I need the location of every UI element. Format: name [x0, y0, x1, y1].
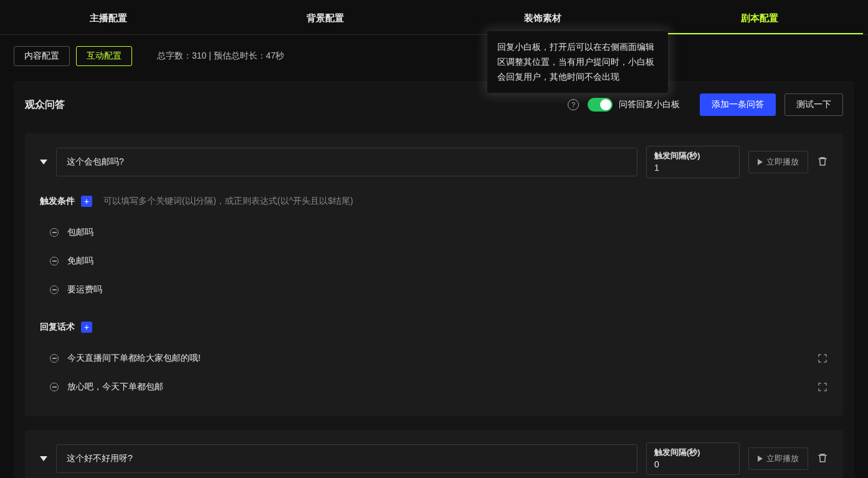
- interval-input[interactable]: [654, 163, 732, 173]
- condition-text: 免邮吗: [67, 256, 93, 267]
- stats-text: 总字数：310 | 预估总时长：47秒: [157, 50, 284, 62]
- condition-text: 要运费吗: [67, 284, 102, 295]
- question-input[interactable]: [56, 148, 637, 176]
- qa-card: 触发间隔(秒) 立即播放 触发条件 + 可以填写多个关键词(以|分隔)，或正则表…: [25, 133, 843, 416]
- main-panel: 观众问答 ? 问答回复小白板 添加一条问答 测试一下 触发间隔(秒) 立即播放 …: [14, 81, 854, 478]
- condition-text: 包邮吗: [67, 227, 93, 238]
- delete-icon[interactable]: [817, 452, 828, 465]
- play-now-button[interactable]: 立即播放: [748, 447, 808, 470]
- add-reply-button[interactable]: +: [81, 322, 92, 333]
- sub-row: 内容配置 互动配置 总字数：310 | 预估总时长：47秒 回复小白板，打开后可…: [0, 35, 868, 81]
- interval-box: 触发间隔(秒): [646, 442, 740, 475]
- reply-item: 今天直播间下单都给大家包邮的哦!: [50, 344, 828, 373]
- panel-title: 观众问答: [25, 98, 65, 112]
- reply-item: 放心吧，今天下单都包邮: [50, 373, 828, 401]
- interval-box: 触发间隔(秒): [646, 146, 740, 178]
- expand-icon[interactable]: [817, 381, 828, 393]
- panel-head: 观众问答 ? 问答回复小白板 添加一条问答 测试一下: [25, 93, 843, 116]
- whiteboard-toggle[interactable]: [588, 98, 613, 112]
- whiteboard-tooltip: 回复小白板，打开后可以在右侧画面编辑区调整其位置，当有用户提问时，小白板会回复用…: [487, 31, 668, 93]
- reply-list: 今天直播间下单都给大家包邮的哦! 放心吧，今天下单都包邮: [50, 344, 828, 401]
- question-input[interactable]: [56, 444, 637, 473]
- whiteboard-toggle-label: 问答回复小白板: [619, 99, 680, 110]
- help-icon[interactable]: ?: [568, 99, 579, 110]
- test-button[interactable]: 测试一下: [785, 93, 843, 116]
- add-qa-button[interactable]: 添加一条问答: [700, 93, 776, 116]
- add-condition-button[interactable]: +: [81, 196, 92, 207]
- conditions-hint: 可以填写多个关键词(以|分隔)，或正则表达式(以^开头且以$结尾): [103, 196, 353, 207]
- remove-condition-icon[interactable]: [50, 257, 59, 265]
- subtab-content[interactable]: 内容配置: [14, 46, 70, 66]
- remove-reply-icon[interactable]: [50, 383, 59, 391]
- replies-header: 回复话术: [40, 322, 75, 333]
- remove-condition-icon[interactable]: [50, 285, 59, 294]
- interval-label: 触发间隔(秒): [654, 447, 732, 458]
- play-now-label: 立即播放: [766, 453, 799, 464]
- play-now-button[interactable]: 立即播放: [748, 151, 808, 173]
- condition-item: 免邮吗: [50, 247, 828, 275]
- reply-text: 今天直播间下单都给大家包邮的哦!: [67, 353, 808, 364]
- condition-item: 要运费吗: [50, 275, 828, 304]
- chevron-down-icon[interactable]: [40, 456, 47, 461]
- play-now-label: 立即播放: [766, 156, 799, 168]
- condition-list: 包邮吗 免邮吗 要运费吗: [50, 218, 828, 304]
- chevron-down-icon[interactable]: [40, 160, 47, 165]
- remove-condition-icon[interactable]: [50, 228, 59, 237]
- interval-input[interactable]: [654, 459, 732, 469]
- tab-background-config[interactable]: 背景配置: [222, 4, 429, 34]
- condition-item: 包邮吗: [50, 218, 828, 247]
- subtab-interaction[interactable]: 互动配置: [76, 46, 132, 66]
- play-icon: [758, 159, 763, 165]
- top-tabs: 主播配置 背景配置 装饰素材 剧本配置: [0, 4, 868, 35]
- play-icon: [758, 456, 763, 462]
- expand-icon[interactable]: [817, 353, 828, 364]
- tab-anchor-config[interactable]: 主播配置: [5, 4, 212, 34]
- tab-decoration[interactable]: 装饰素材: [439, 4, 646, 34]
- delete-icon[interactable]: [817, 156, 828, 168]
- tab-script-config[interactable]: 剧本配置: [656, 4, 863, 34]
- qa-card: 触发间隔(秒) 立即播放: [25, 430, 843, 478]
- conditions-header: 触发条件: [40, 196, 75, 207]
- reply-text: 放心吧，今天下单都包邮: [67, 381, 808, 393]
- interval-label: 触发间隔(秒): [654, 150, 732, 161]
- remove-reply-icon[interactable]: [50, 354, 59, 363]
